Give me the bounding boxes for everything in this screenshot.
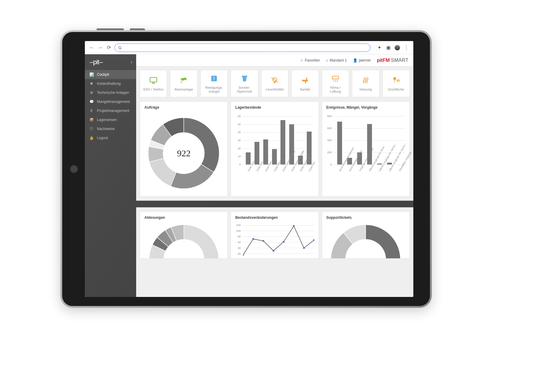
app-logo: –pit– ‹ [85, 54, 136, 70]
sidebar-item-instandhaltung[interactable]: ✖Instandhaltung [85, 79, 136, 88]
monitor-icon [149, 75, 158, 85]
sidebar-item-nachweise[interactable]: 🛡Nachweise [85, 124, 136, 133]
bar [337, 122, 342, 164]
tile-heat[interactable]: Heizung [352, 70, 379, 97]
sidebar-item-label: Cockpit [97, 72, 109, 77]
tile-label: Alarmanlage [175, 88, 193, 91]
svg-point-30 [273, 250, 274, 252]
url-prefix-icon: G [118, 45, 122, 50]
tile-label: Grünfläche [388, 88, 404, 91]
window-icon[interactable]: ▣ [386, 45, 391, 50]
sidebar-item-logout[interactable]: 🔒Logout [85, 133, 136, 142]
tile-label: Sanitär [300, 88, 310, 91]
tile-bin[interactable]: Sonder-/Sperrmüll [231, 70, 258, 97]
ac-icon [331, 74, 340, 83]
donut-chart-tickets [329, 223, 402, 258]
shield-icon: 🛡 [89, 127, 94, 131]
sidebar-item-cockpit[interactable]: 📊Cockpit [85, 70, 136, 79]
panel-ereignisse: Ereignisse, Mängel, Vorgänge 02004006008… [322, 101, 410, 196]
wrench-icon: ✖ [89, 81, 94, 86]
svg-rect-6 [214, 77, 214, 79]
logo-text: –pit– [90, 58, 103, 66]
svg-rect-7 [214, 80, 214, 80]
brand: pitFMSMART [377, 58, 408, 63]
tile-label: Heizung [360, 88, 372, 91]
tile-label: Klima /Lüftung [330, 86, 341, 94]
tile-monitor[interactable]: EDV / Telefon [140, 70, 167, 97]
tile-faucet[interactable]: Sanitär [291, 70, 319, 97]
sidebar-item-mangelmanagement[interactable]: 💬Mangelmanagement [85, 97, 136, 106]
bar-chart-lager: 0102030405060Zipfer UrtypZipfer DreiZipf… [234, 113, 315, 186]
panel-supporttickets: Supporttickets [322, 212, 410, 259]
heat-icon [361, 75, 370, 85]
user-menu[interactable]: 👤 jwerner [353, 58, 371, 62]
svg-rect-14 [332, 76, 339, 79]
tile-park[interactable]: Grünfläche [383, 70, 410, 97]
tile-ac[interactable]: Klima /Lüftung [322, 70, 349, 97]
tile-camera[interactable]: Alarmanlage [170, 70, 197, 97]
extensions-icon[interactable]: ✦ [376, 45, 382, 50]
brand-primary: pitFM [377, 58, 390, 63]
svg-rect-19 [399, 81, 399, 82]
sidebar-item-label: Logout [97, 136, 108, 140]
tile-alert[interactable]: Reinigungs-mangel [200, 70, 228, 97]
donut-chart-auftraege: 922 [147, 116, 221, 190]
url-input[interactable] [124, 45, 367, 50]
panel-title: Aufträge [140, 102, 227, 112]
panel-bestandsveraenderungen: Bestandsveränderungen 020406080100120 [231, 212, 319, 259]
sidebar-item-technische-anlagen[interactable]: ⚙Technische Anlagen [85, 88, 136, 97]
collapse-sidebar-button[interactable]: ‹ [131, 59, 132, 65]
line-chart-bestand: 020406080100120 [234, 223, 315, 258]
svg-rect-18 [397, 81, 398, 82]
svg-point-15 [393, 77, 396, 80]
home-button[interactable] [70, 165, 78, 173]
sidebar-item-label: Nachweise [97, 127, 115, 131]
gear-icon: ⚙ [89, 91, 94, 95]
bulb-icon [270, 75, 279, 85]
tile-label: Sonder-/Sperrmüll [237, 86, 252, 94]
favorites-label: Favoriten [305, 58, 320, 62]
reload-button[interactable]: ⟳ [106, 45, 111, 50]
sidebar-item-label: Instandhaltung [97, 81, 121, 86]
sidebar: –pit– ‹ 📊Cockpit✖Instandhaltung⚙Technisc… [85, 54, 136, 297]
svg-rect-0 [150, 78, 157, 82]
euro-icon: € [89, 109, 94, 113]
quick-tiles: EDV / TelefonAlarmanlageReinigungs-mange… [136, 66, 413, 101]
chart-icon: 📊 [89, 72, 94, 77]
panel-auftraege: Aufträge 922 [140, 101, 228, 196]
topbar: ☆ Favoriten ⌂ Mandant 1 👤 jwerner pitFMS… [136, 54, 413, 66]
camera-icon [179, 75, 188, 85]
screen: ← → ⟳ G ✦ ▣ ⋮ –pit– [85, 41, 413, 297]
svg-point-27 [243, 254, 244, 256]
sidebar-item-label: Mangelmanagement [97, 100, 130, 104]
sidebar-item-projektmanagement[interactable]: €Projektmanagement [85, 106, 136, 115]
user-label: jwerner [359, 58, 371, 62]
forward-button[interactable]: → [98, 45, 103, 50]
bar [377, 164, 382, 164]
tile-bulb[interactable]: Leuchtmittel [261, 70, 288, 97]
back-button[interactable]: ← [89, 45, 95, 50]
box-icon: 📦 [89, 118, 94, 122]
lock-icon: 🔒 [89, 136, 94, 140]
profile-avatar[interactable] [395, 45, 400, 50]
bar [387, 163, 392, 164]
svg-rect-3 [181, 81, 181, 83]
svg-point-31 [283, 241, 285, 243]
app-root: –pit– ‹ 📊Cockpit✖Instandhaltung⚙Technisc… [85, 54, 413, 297]
svg-rect-16 [394, 80, 395, 83]
faucet-icon [300, 75, 309, 85]
panel-ablesungen: Ablesungen [140, 212, 228, 259]
svg-rect-1 [152, 83, 155, 83]
dashboard-row-2: Ablesungen Bestandsveränderungen 0204060… [136, 212, 413, 259]
tenant-selector[interactable]: ⌂ Mandant 1 [326, 58, 347, 62]
bar [280, 120, 285, 164]
address-bar[interactable]: G [114, 43, 370, 52]
bar [246, 152, 251, 164]
panel-title: Ablesungen [140, 212, 227, 222]
tablet-frame: ← → ⟳ G ✦ ▣ ⋮ –pit– [60, 30, 432, 308]
donut-center-value: 922 [177, 148, 191, 158]
sidebar-item-lagerwesen[interactable]: 📦Lagerwesen [85, 115, 136, 124]
panel-title: Supporttickets [322, 212, 409, 222]
menu-icon[interactable]: ⋮ [404, 45, 409, 50]
favorites-link[interactable]: ☆ Favoriten [300, 58, 320, 62]
